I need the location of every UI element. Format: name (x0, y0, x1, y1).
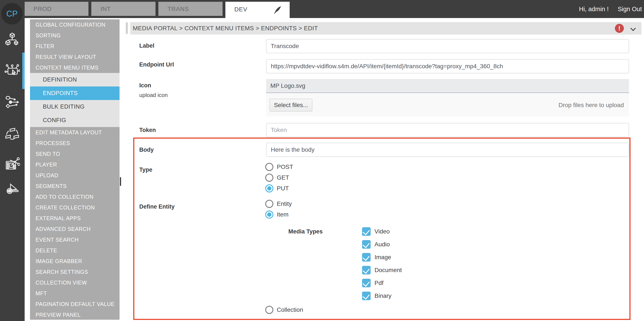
label-field-label: Label (139, 43, 154, 49)
checkbox-label: Document (374, 267, 402, 274)
entity-radio-option[interactable]: Entity (265, 199, 292, 209)
radio-icon[interactable] (265, 306, 273, 314)
sidebar-item[interactable]: SEND TO (30, 148, 120, 159)
quill-pen-icon (273, 6, 282, 14)
type-radio-option[interactable]: PUT (265, 183, 293, 194)
tab-trans[interactable]: TRANS (158, 2, 222, 16)
portal-config-icon[interactable] (4, 63, 20, 79)
sidebar-item[interactable]: PREVIEW PANEL (30, 309, 120, 320)
upload-icon-sublabel: upload icon (139, 92, 168, 98)
collection-radio-option[interactable]: Collection (265, 304, 303, 315)
endpoint-url-input[interactable] (266, 59, 629, 73)
radio-icon[interactable] (265, 174, 273, 182)
sidebar-item[interactable]: EXTERNAL APPS (30, 213, 120, 224)
sidebar-item[interactable]: ADD TO COLLECTION (30, 191, 120, 202)
type-radio-group: POST GET PUT (265, 162, 293, 194)
checkbox-icon[interactable] (362, 227, 371, 236)
body-input[interactable] (266, 143, 629, 157)
sidebar-sub-item[interactable]: ENDPOINTS (30, 86, 120, 100)
radio-label: Collection (277, 306, 303, 313)
error-icon[interactable]: ! (615, 24, 624, 33)
radio-icon[interactable] (265, 163, 273, 171)
media-type-option[interactable]: Image (362, 251, 402, 264)
checkbox-label: Video (374, 228, 390, 235)
sidebar-item[interactable]: CREATE COLLECTION (30, 202, 120, 213)
media-type-option[interactable]: Binary (362, 289, 402, 302)
scrollbar-thumb[interactable] (126, 22, 128, 34)
sidebar-item[interactable]: SEARCH SETTINGS (30, 266, 120, 277)
radio-label: Item (277, 211, 288, 218)
sidebar-sub-item[interactable]: CONFIG (30, 113, 120, 127)
sidebar-item[interactable]: IMAGE GRABBER (30, 256, 120, 266)
cp-logo[interactable]: CP (1, 3, 23, 25)
endpoint-url-label: Endpoint Url (139, 61, 174, 68)
active-section-indicator (22, 53, 25, 89)
sidebar-item[interactable]: SORTING (30, 30, 120, 41)
type-radio-option[interactable]: GET (265, 172, 293, 183)
sidebar-item[interactable]: PAGINATION DEFAULT VALUE (30, 299, 120, 309)
tab-dev-label: DEV (234, 6, 248, 13)
sidebar-item[interactable]: DELETE (30, 245, 120, 256)
breadcrumb: MEDIA PORTAL > CONTEXT MENU ITEMS > ENDP… (133, 22, 318, 35)
checkbox-icon[interactable] (362, 240, 371, 249)
media-type-option[interactable]: Pdf (362, 277, 402, 289)
entity-radio-option[interactable]: Item (265, 209, 292, 220)
radio-icon[interactable] (265, 200, 273, 208)
label-input[interactable] (266, 39, 629, 53)
media-types-label: Media Types (288, 228, 323, 235)
body-field-label: Body (139, 146, 154, 153)
tab-dev[interactable]: DEV (226, 2, 290, 18)
player-icon[interactable] (4, 182, 20, 197)
tab-prod[interactable]: PROD (24, 2, 88, 16)
drop-files-hint: Drop files here to upload (558, 94, 624, 116)
modules-cubes-icon[interactable] (4, 32, 20, 47)
checkbox-icon[interactable] (362, 266, 371, 274)
sign-out-link[interactable]: Sign Out (618, 6, 642, 13)
checkbox-label: Pdf (374, 280, 384, 286)
collections-icon[interactable] (4, 126, 20, 141)
radio-label: PUT (277, 185, 289, 192)
sidebar-sub-item[interactable]: DEFINITION (30, 73, 120, 86)
radio-icon[interactable] (265, 184, 273, 193)
checkbox-label: Audio (374, 241, 390, 248)
sidebar-item[interactable]: EVENT SEARCH (30, 234, 120, 245)
select-files-button[interactable]: Select files... (270, 99, 312, 112)
icon-filename-field: MP Logo.svg (266, 79, 629, 93)
workflow-icon[interactable] (4, 94, 20, 110)
radio-label: POST (277, 164, 293, 170)
radio-label: Entity (277, 200, 292, 207)
sidebar-item[interactable]: EDIT METADATA LAYOUT (30, 127, 120, 138)
sidebar-item[interactable]: CONTEXT MENU ITEMS (30, 62, 120, 73)
top-environment-bar: PROD INT TRANS DEV Hi, admin ! Sign Out (0, 0, 644, 18)
sidebar-item[interactable]: PROCESSES (30, 138, 120, 148)
tab-int[interactable]: INT (91, 2, 156, 16)
media-portal-admin-page: PROD INT TRANS DEV Hi, admin ! Sign Out … (0, 0, 644, 321)
media-type-option[interactable]: Audio (362, 238, 402, 251)
sidebar-item[interactable]: SEGMENTS (30, 181, 120, 191)
token-input[interactable] (266, 123, 629, 137)
sidebar-item[interactable]: PLAYER (30, 159, 120, 170)
token-field-label: Token (139, 127, 156, 133)
radio-label: GET (277, 174, 289, 181)
config-sidebar: GLOBAL CONFIGURATIONSORTINGFILTERRESULT … (30, 19, 120, 320)
radio-icon[interactable] (265, 211, 273, 219)
sidebar-item[interactable]: MFT (30, 288, 120, 299)
sidebar-item[interactable]: RESULT VIEW LAYOUT (30, 52, 120, 62)
media-edit-icon[interactable] (4, 157, 20, 173)
sidebar-main-items: GLOBAL CONFIGURATIONSORTINGFILTERRESULT … (30, 19, 120, 73)
checkbox-icon[interactable] (362, 253, 371, 262)
checkbox-icon[interactable] (362, 292, 371, 300)
sidebar-item[interactable]: ADVANCED SEARCH (30, 224, 120, 234)
sidebar-sub-items: DEFINITIONENDPOINTSBULK EDITINGCONFIG (30, 73, 120, 127)
type-radio-option[interactable]: POST (265, 162, 293, 172)
sidebar-sub-item[interactable]: BULK EDITING (30, 100, 120, 113)
file-drop-zone[interactable]: Select files... Drop files here to uploa… (266, 94, 629, 116)
media-type-option[interactable]: Document (362, 264, 402, 277)
sidebar-item[interactable]: FILTER (30, 41, 120, 52)
chevron-down-icon[interactable] (631, 26, 636, 31)
checkbox-icon[interactable] (362, 279, 371, 287)
sidebar-item[interactable]: GLOBAL CONFIGURATION (30, 19, 120, 30)
sidebar-item[interactable]: COLLECTION VIEW (30, 277, 120, 288)
sidebar-item[interactable]: UPLOAD (30, 170, 120, 181)
media-type-option[interactable]: Video (362, 225, 402, 238)
